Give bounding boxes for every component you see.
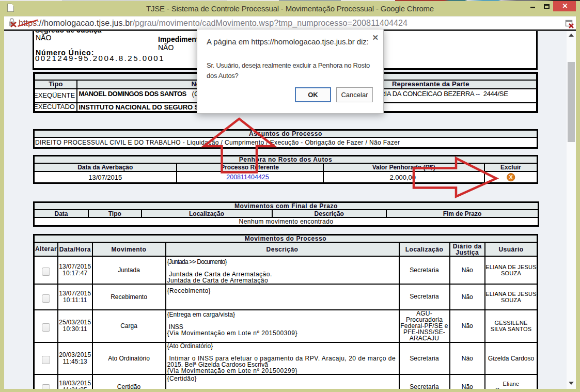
svg-text:X: X bbox=[509, 174, 513, 180]
